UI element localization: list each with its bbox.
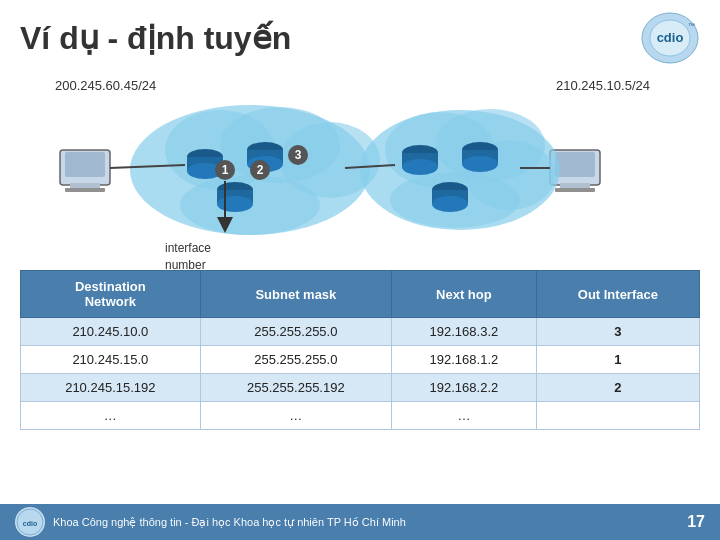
cdio-logo-icon: cdio ™	[640, 10, 700, 65]
table-row: 210.245.10.0255.255.255.0192.168.3.23	[21, 318, 700, 346]
footer-logo-icon: cdio	[15, 507, 45, 537]
table-cell: …	[392, 402, 537, 430]
diagram-area: 200.245.60.45/24 210.245.10.5/24	[0, 70, 720, 270]
table-cell: 192.168.3.2	[392, 318, 537, 346]
table-cell: 2	[536, 374, 699, 402]
svg-text:™: ™	[688, 22, 695, 29]
network-label-left: 200.245.60.45/24	[55, 78, 156, 93]
svg-text:cdio: cdio	[23, 520, 37, 527]
svg-rect-7	[65, 188, 105, 192]
table-cell: 210.245.10.0	[21, 318, 201, 346]
header: Ví dụ - định tuyến cdio ™	[0, 0, 720, 70]
table-cell: 255.255.255.0	[200, 346, 391, 374]
col-subnet: Subnet mask	[200, 271, 391, 318]
table-cell: 255.255.255.0	[200, 318, 391, 346]
svg-rect-6	[70, 183, 100, 188]
table-cell: 255.255.255.192	[200, 374, 391, 402]
table-cell: …	[21, 402, 201, 430]
table-cell	[536, 402, 699, 430]
footer-left: cdio Khoa Công nghệ thông tin - Đại học …	[15, 507, 406, 537]
interface-label: interfacenumber	[165, 240, 211, 274]
col-interface: Out Interface	[536, 271, 699, 318]
svg-rect-5	[65, 152, 105, 177]
table-cell: 3	[536, 318, 699, 346]
logo-area: cdio ™	[640, 10, 700, 65]
page-title: Ví dụ - định tuyến	[20, 19, 291, 57]
svg-text:3: 3	[295, 148, 302, 162]
table-cell: …	[200, 402, 391, 430]
table-cell: 192.168.1.2	[392, 346, 537, 374]
table-cell: 1	[536, 346, 699, 374]
table-row: ………	[21, 402, 700, 430]
svg-point-39	[432, 196, 468, 212]
table-cell: 210.245.15.192	[21, 374, 201, 402]
svg-point-36	[462, 156, 498, 172]
footer-text: Khoa Công nghệ thông tin - Đại học Khoa …	[53, 516, 406, 529]
svg-rect-9	[555, 152, 595, 177]
routing-table: DestinationNetwork Subnet mask Next hop …	[20, 270, 700, 430]
network-label-right: 210.245.10.5/24	[556, 78, 650, 93]
table-row: 210.245.15.192255.255.255.192192.168.2.2…	[21, 374, 700, 402]
table-cell: 192.168.2.2	[392, 374, 537, 402]
svg-point-30	[217, 196, 253, 212]
table-row: 210.245.15.0255.255.255.0192.168.1.21	[21, 346, 700, 374]
col-nexthop: Next hop	[392, 271, 537, 318]
table-container: DestinationNetwork Subnet mask Next hop …	[0, 270, 720, 430]
svg-text:1: 1	[222, 163, 229, 177]
footer: cdio Khoa Công nghệ thông tin - Đại học …	[0, 504, 720, 540]
table-header-row: DestinationNetwork Subnet mask Next hop …	[21, 271, 700, 318]
footer-page-number: 17	[687, 513, 705, 531]
network-diagram-svg: 1 2 3	[50, 95, 610, 255]
svg-point-33	[402, 159, 438, 175]
svg-text:cdio: cdio	[657, 30, 684, 45]
col-destination: DestinationNetwork	[21, 271, 201, 318]
table-cell: 210.245.15.0	[21, 346, 201, 374]
svg-text:2: 2	[257, 163, 264, 177]
svg-rect-11	[555, 188, 595, 192]
svg-rect-10	[560, 183, 590, 188]
